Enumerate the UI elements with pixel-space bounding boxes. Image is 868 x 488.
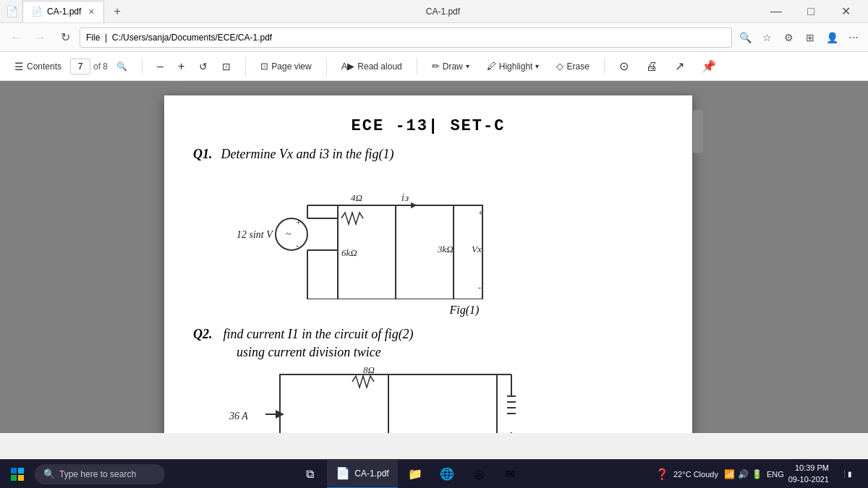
page-number-input[interactable] <box>70 59 90 74</box>
title-bar-right: — □ ✕ <box>760 0 862 23</box>
draw-chevron: ▾ <box>466 62 469 70</box>
readaloud-btn[interactable]: A▶ Read aloud <box>336 56 408 77</box>
lang-label: ENG <box>767 470 784 479</box>
win-sq-1 <box>11 468 17 474</box>
taskbar-right: ❓ 22°C Cloudy 📶 🔊 🔋 ENG 10:39 PM 09-10-2… <box>655 460 868 489</box>
separator-1 <box>142 58 142 75</box>
win-sq-3 <box>11 475 17 481</box>
pdf-app-btn[interactable]: 📄 CA-1.pdf <box>327 460 397 489</box>
volume-icon[interactable]: 🔊 <box>738 469 749 479</box>
settings-icon[interactable]: ⚙ <box>780 29 797 46</box>
fit-icon: ⊡ <box>222 61 231 72</box>
q2-text2: using current division twice <box>237 345 381 359</box>
show-desktop-icon: ▮ <box>844 470 852 478</box>
pdf-tab[interactable]: 📄 CA-1.pdf × <box>22 1 104 22</box>
more-icon[interactable]: ⋯ <box>845 29 862 46</box>
pdf-title: ECE -13| SET-C <box>352 117 506 135</box>
title-bar-left: 📄 📄 CA-1.pdf × + <box>6 1 127 22</box>
erase-icon: ◇ <box>556 61 563 72</box>
svg-text:36 A: 36 A <box>229 411 248 421</box>
window-title: CA-1.pdf <box>426 7 460 17</box>
sys-tray: 22°C Cloudy 📶 🔊 🔋 ENG 10:39 PM 09-10-202… <box>673 463 829 485</box>
taskbar-help-icon[interactable]: ❓ <box>655 468 669 481</box>
edge-btn[interactable]: 🌐 <box>433 460 461 489</box>
sys-tray-icons: 22°C Cloudy 📶 🔊 🔋 ENG <box>673 469 784 479</box>
wifi-icon[interactable]: 📶 <box>724 469 735 479</box>
taskbar-search[interactable]: 🔍 Type here to search <box>35 464 165 484</box>
rotate-btn[interactable]: ↺ <box>193 56 213 77</box>
extensions-icon[interactable]: ⊞ <box>801 29 819 46</box>
refresh-btn[interactable]: ↻ <box>55 27 75 48</box>
svg-point-1 <box>276 218 307 250</box>
svg-text:8Ω: 8Ω <box>363 367 375 375</box>
circuit1-diagram: 12 sint V ~ + - <box>222 169 663 302</box>
task-view-btn[interactable]: ⧉ <box>295 460 324 489</box>
fit-btn[interactable]: ⊡ <box>216 56 237 77</box>
pdf-page: ECE -13| SET-C Q1. Determine Vx and i3 i… <box>164 95 692 433</box>
zoom-in-btn[interactable]: + <box>172 56 190 77</box>
q2-label: Q2. <box>193 327 213 341</box>
circuit2-diagram: 8Ω 36 A 6Ω 20Ω <box>222 367 663 433</box>
profile-icon[interactable]: 👤 <box>823 29 841 46</box>
svg-text:+: + <box>296 218 301 228</box>
print-btn[interactable]: 🖨 <box>640 56 663 77</box>
back-btn[interactable]: ← <box>6 27 26 48</box>
erase-label: Erase <box>566 61 589 72</box>
zoom-out-btn[interactable]: – <box>151 56 169 77</box>
win-sq-4 <box>18 475 24 481</box>
url-input[interactable] <box>80 27 732 48</box>
mail-icon: ✉ <box>506 467 515 481</box>
pdf-app-icon: 📄 <box>336 466 350 480</box>
share-btn[interactable]: ↗ <box>669 56 690 77</box>
close-btn[interactable]: ✕ <box>829 0 862 23</box>
highlight-btn[interactable]: 🖊 Highlight ▾ <box>481 56 545 77</box>
fig1-label-row: Fig(1) <box>265 304 663 317</box>
q2-row2: using current division twice <box>237 345 663 360</box>
readaloud-icon: A▶ <box>341 61 355 72</box>
search-toolbar-btn[interactable]: 🔍 <box>111 56 133 77</box>
minimize-btn[interactable]: — <box>760 0 793 23</box>
draw-icon: ✏ <box>432 61 440 72</box>
forward-btn[interactable]: → <box>30 27 51 48</box>
contents-btn[interactable]: ☰ Contents <box>9 56 67 77</box>
mail-btn[interactable]: ✉ <box>496 460 525 489</box>
svg-text:+: + <box>478 208 483 218</box>
show-desktop-btn[interactable]: ▮ <box>833 460 862 489</box>
pin-btn[interactable]: 📌 <box>696 56 722 77</box>
title-bar: 📄 📄 CA-1.pdf × + CA-1.pdf — □ ✕ <box>0 0 868 23</box>
new-tab-btn[interactable]: + <box>109 2 127 21</box>
favorites-icon[interactable]: ☆ <box>758 29 775 46</box>
save-btn[interactable]: ⊙ <box>613 56 634 77</box>
battery-icon: 🔋 <box>752 469 762 479</box>
total-pages: of 8 <box>93 61 108 72</box>
close-tab-icon[interactable]: × <box>88 6 94 17</box>
q1-label: Q1. <box>193 147 213 162</box>
circuit2-svg: 8Ω 36 A 6Ω 20Ω <box>222 367 526 433</box>
highlight-chevron: ▾ <box>535 62 539 70</box>
fig1-label: Fig(1) <box>450 304 480 316</box>
svg-text:-: - <box>296 241 299 251</box>
windows-logo <box>11 468 24 481</box>
pdf-header: ECE -13| SET-C <box>193 117 663 135</box>
search-icon[interactable]: 🔍 <box>736 29 754 46</box>
clock-date: 09-10-2021 <box>788 474 829 485</box>
svg-text:4Ω: 4Ω <box>351 192 362 203</box>
rotate-icon: ↺ <box>199 61 208 72</box>
chrome-btn[interactable]: ◎ <box>464 460 493 489</box>
folder-btn[interactable]: 📁 <box>401 460 430 489</box>
scroll-thumb[interactable] <box>693 110 703 153</box>
maximize-btn[interactable]: □ <box>794 0 827 23</box>
address-bar: ← → ↻ 🔍 ☆ ⚙ ⊞ 👤 ⋯ <box>0 23 868 52</box>
taskbar-search-label: Type here to search <box>59 469 136 479</box>
erase-btn[interactable]: ◇ Erase <box>550 56 595 77</box>
separator-3 <box>326 58 327 75</box>
title-bar-center: CA-1.pdf <box>127 7 760 17</box>
pageview-btn[interactable]: ⊡ Page view <box>255 56 317 77</box>
svg-text:-: - <box>478 283 481 293</box>
start-btn[interactable] <box>0 460 35 489</box>
taskbar-search-icon: 🔍 <box>43 468 55 479</box>
svg-text:12 sint V: 12 sint V <box>237 229 273 240</box>
contents-label: Contents <box>27 61 61 72</box>
draw-btn[interactable]: ✏ Draw ▾ <box>426 56 475 77</box>
q1-text: Determine Vx and i3 in the fig(1) <box>221 147 394 162</box>
